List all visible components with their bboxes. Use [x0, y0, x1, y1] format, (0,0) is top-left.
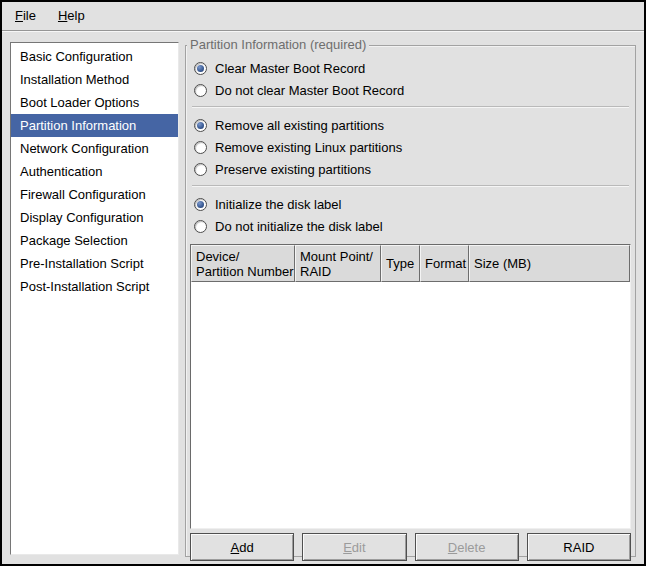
radio-remove-all-partitions[interactable]: Remove all existing partitions	[192, 114, 629, 136]
column-header-line: Type	[386, 256, 415, 271]
delete-button-label: Delete	[448, 540, 486, 555]
frame-content: Clear Master Boot Record Do not clear Ma…	[186, 46, 635, 556]
radio-label: Remove existing Linux partitions	[215, 140, 402, 155]
column-header-format[interactable]: Format	[420, 245, 469, 282]
radio-do-not-initialize-disk-label[interactable]: Do not initialize the disk label	[192, 215, 629, 237]
kickstart-configurator-window: File Help Basic Configuration Installati…	[0, 0, 646, 566]
column-header-size[interactable]: Size (MB)	[469, 245, 630, 282]
button-row: Add Edit Delete RAID	[190, 533, 631, 561]
sidebar-item-pre-installation-script[interactable]: Pre-Installation Script	[11, 252, 178, 275]
sidebar-item-partition-information[interactable]: Partition Information	[11, 114, 178, 137]
radio-button-icon[interactable]	[194, 198, 207, 211]
radio-remove-linux-partitions[interactable]: Remove existing Linux partitions	[192, 136, 629, 158]
raid-button-label: RAID	[563, 540, 594, 555]
partition-table-header: Device/ Partition Number Mount Point/ RA…	[191, 245, 630, 282]
column-header-line: RAID	[300, 264, 376, 279]
radio-do-not-clear-mbr[interactable]: Do not clear Master Boot Record	[192, 79, 629, 101]
edit-button-label: Edit	[343, 540, 365, 555]
add-button[interactable]: Add	[190, 533, 294, 561]
sidebar-item-authentication[interactable]: Authentication	[11, 160, 178, 183]
column-header-device[interactable]: Device/ Partition Number	[191, 245, 295, 282]
sidebar-item-boot-loader-options[interactable]: Boot Loader Options	[11, 91, 178, 114]
column-header-line: Size (MB)	[474, 256, 625, 271]
sidebar-item-installation-method[interactable]: Installation Method	[11, 68, 178, 91]
column-header-line: Format	[425, 256, 464, 271]
radio-label: Preserve existing partitions	[215, 162, 371, 177]
radio-label: Do not initialize the disk label	[215, 219, 383, 234]
horizontal-separator	[192, 106, 629, 108]
sidebar-item-network-configuration[interactable]: Network Configuration	[11, 137, 178, 160]
partition-table-body[interactable]	[191, 282, 630, 528]
sidebar-item-package-selection[interactable]: Package Selection	[11, 229, 178, 252]
menu-help[interactable]: Help	[47, 4, 96, 28]
partition-table: Device/ Partition Number Mount Point/ RA…	[190, 244, 631, 529]
radio-label: Remove all existing partitions	[215, 118, 384, 133]
sidebar-item-display-configuration[interactable]: Display Configuration	[11, 206, 178, 229]
column-header-line: Device/	[196, 249, 290, 264]
radio-label: Clear Master Boot Record	[215, 61, 365, 76]
raid-button[interactable]: RAID	[527, 533, 631, 561]
radio-label: Initialize the disk label	[215, 197, 341, 212]
radio-button-icon[interactable]	[194, 220, 207, 233]
add-button-label: Add	[231, 540, 254, 555]
horizontal-separator	[192, 185, 629, 187]
menu-file[interactable]: File	[4, 4, 47, 28]
radio-clear-mbr[interactable]: Clear Master Boot Record	[192, 57, 629, 79]
radio-initialize-disk-label[interactable]: Initialize the disk label	[192, 193, 629, 215]
radio-button-icon[interactable]	[194, 141, 207, 154]
radio-preserve-partitions[interactable]: Preserve existing partitions	[192, 158, 629, 180]
radio-button-icon[interactable]	[194, 84, 207, 97]
radio-button-icon[interactable]	[194, 119, 207, 132]
column-header-mount-point[interactable]: Mount Point/ RAID	[295, 245, 381, 282]
sidebar-item-basic-configuration[interactable]: Basic Configuration	[11, 45, 178, 68]
menubar: File Help	[2, 2, 644, 31]
radio-button-icon[interactable]	[194, 163, 207, 176]
edit-button[interactable]: Edit	[302, 533, 406, 561]
column-header-line: Mount Point/	[300, 249, 376, 264]
partition-information-frame: Partition Information (required) Clear M…	[185, 45, 636, 557]
delete-button[interactable]: Delete	[415, 533, 519, 561]
category-list: Basic Configuration Installation Method …	[10, 42, 179, 555]
radio-label: Do not clear Master Boot Record	[215, 83, 404, 98]
sidebar-item-post-installation-script[interactable]: Post-Installation Script	[11, 275, 178, 298]
sidebar-item-firewall-configuration[interactable]: Firewall Configuration	[11, 183, 178, 206]
column-header-type[interactable]: Type	[381, 245, 420, 282]
radio-button-icon[interactable]	[194, 62, 207, 75]
column-header-line: Partition Number	[196, 264, 290, 279]
